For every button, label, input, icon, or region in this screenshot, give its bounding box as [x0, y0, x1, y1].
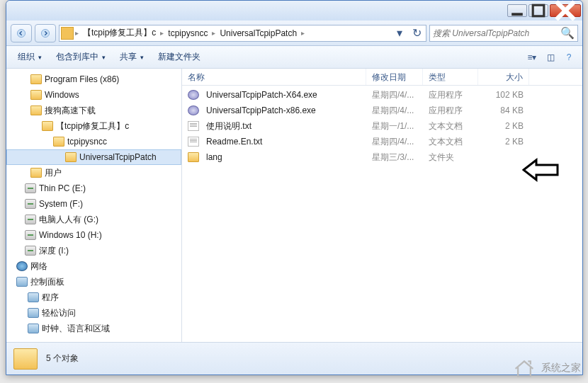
tree-item[interactable]: Thin PC (E:): [6, 181, 181, 196]
folder-icon: [13, 348, 38, 370]
tree-item[interactable]: 程序: [6, 290, 181, 305]
col-type[interactable]: 类型: [423, 69, 478, 85]
file-date: 星期四/4/...: [366, 105, 423, 117]
tree-item-label: 【tcpip修复工具】c: [56, 120, 129, 132]
organize-menu[interactable]: 组织: [12, 49, 47, 65]
tree-item-label: 程序: [42, 292, 59, 304]
tree-item-label: tcpipysncc: [67, 137, 107, 147]
file-type: 文本文档: [423, 120, 478, 132]
watermark: 系统之家: [511, 358, 581, 379]
exe-icon: [188, 90, 199, 100]
svg-point-4: [17, 29, 25, 37]
tree-item[interactable]: Windows 10 (H:): [6, 227, 181, 243]
chevron-right-icon: ▸: [160, 29, 164, 37]
tree-item-label: 电脑人人有 (G:): [39, 214, 98, 226]
folder-icon: [42, 121, 53, 131]
drive-icon: [25, 183, 36, 193]
file-type: 文件夹: [423, 152, 478, 164]
col-date[interactable]: 修改日期: [366, 69, 423, 85]
statusbar: 5 个对象: [6, 342, 582, 375]
body: Program Files (x86)Windows搜狗高速下载【tcpip修复…: [6, 69, 582, 342]
tree-item[interactable]: System (F:): [6, 196, 181, 212]
file-date: 星期三/3/...: [366, 152, 423, 164]
folder-icon: [30, 168, 42, 178]
file-name: lang: [206, 152, 222, 162]
tree-item[interactable]: 电脑人人有 (G:): [6, 212, 181, 227]
breadcrumb[interactable]: tcpipysncc: [165, 28, 210, 38]
tree-item-label: Windows: [45, 90, 79, 100]
txt-icon: [188, 137, 199, 147]
file-name: UniversalTcpipPatch-X64.exe: [206, 90, 317, 100]
tree-item[interactable]: 用户: [6, 165, 181, 181]
drive-icon: [25, 230, 36, 240]
titlebar: [6, 1, 582, 21]
txt-icon: [188, 121, 199, 131]
tree-item[interactable]: Program Files (x86): [6, 72, 181, 87]
maximize-button[interactable]: [528, 4, 548, 17]
file-date: 星期一/1/...: [366, 120, 423, 132]
folder-icon: [188, 152, 199, 162]
file-size: 102 KB: [478, 90, 529, 100]
cp-icon: [28, 308, 39, 318]
tree-item[interactable]: 轻松访问: [6, 305, 181, 321]
tree-item-label: 深度 (I:): [39, 245, 69, 257]
file-row[interactable]: 使用说明.txt星期一/1/...文本文档2 KB: [182, 118, 582, 134]
include-menu[interactable]: 包含到库中: [50, 49, 111, 65]
tree-item-label: 搜狗高速下载: [45, 105, 96, 117]
file-list: 名称 修改日期 类型 大小 UniversalTcpipPatch-X64.ex…: [182, 69, 582, 342]
tree-item-label: 用户: [45, 167, 62, 179]
cp-icon: [28, 292, 39, 302]
file-name: 使用说明.txt: [206, 120, 251, 132]
tree-item-label: 控制面板: [30, 276, 64, 288]
col-size[interactable]: 大小: [478, 69, 529, 85]
cp-icon: [16, 277, 28, 287]
toolbar: 组织 包含到库中 共享 新建文件夹 ≡▾ ◫ ?: [6, 46, 582, 69]
dropdown-icon[interactable]: ▾: [392, 26, 407, 40]
breadcrumb[interactable]: UniversalTcpipPatch: [217, 28, 300, 38]
breadcrumb[interactable]: 【tcpip修复工具】c: [80, 27, 159, 39]
tree-item[interactable]: 控制面板: [6, 274, 181, 290]
address-bar[interactable]: ▸ 【tcpip修复工具】c ▸ tcpipysncc ▸ UniversalT…: [59, 25, 426, 42]
tree-item-label: Program Files (x86): [45, 74, 119, 84]
search-input[interactable]: [433, 28, 558, 38]
tree-item-label: 时钟、语言和区域: [42, 323, 110, 335]
search-box[interactable]: 🔍: [429, 25, 578, 42]
tree-item-label: UniversalTcpipPatch: [79, 152, 157, 162]
tree-item-label: Windows 10 (H:): [39, 230, 102, 240]
net-icon: [16, 261, 28, 271]
view-icon[interactable]: ≡▾: [524, 50, 540, 65]
share-menu[interactable]: 共享: [114, 49, 149, 65]
chevron-right-icon: ▸: [301, 29, 305, 37]
tree-item[interactable]: 【tcpip修复工具】c: [6, 118, 181, 134]
file-row[interactable]: Readme.En.txt星期四/4/...文本文档2 KB: [182, 134, 582, 149]
tree-item[interactable]: 搜狗高速下载: [6, 103, 181, 118]
tree-item[interactable]: 网络: [6, 258, 181, 274]
file-name: UniversalTcpipPatch-x86.exe: [206, 105, 316, 115]
close-button[interactable]: [550, 4, 581, 17]
tree-item-label: 网络: [30, 261, 47, 273]
file-row[interactable]: UniversalTcpipPatch-X64.exe星期四/4/...应用程序…: [182, 87, 582, 103]
back-button[interactable]: [11, 24, 32, 42]
tree-item[interactable]: UniversalTcpipPatch: [6, 149, 181, 165]
exe-icon: [188, 105, 199, 115]
sidebar[interactable]: Program Files (x86)Windows搜狗高速下载【tcpip修复…: [6, 69, 182, 342]
file-name: Readme.En.txt: [206, 137, 262, 147]
chevron-right-icon: ▸: [212, 29, 215, 37]
preview-pane-icon[interactable]: ◫: [543, 50, 558, 65]
minimize-button[interactable]: [507, 4, 527, 17]
file-row[interactable]: lang星期三/3/...文件夹: [182, 149, 582, 165]
file-date: 星期四/4/...: [366, 89, 423, 101]
tree-item[interactable]: 深度 (I:): [6, 243, 181, 258]
tree-item[interactable]: 时钟、语言和区域: [6, 321, 181, 336]
newfolder-button[interactable]: 新建文件夹: [152, 49, 206, 65]
forward-button[interactable]: [35, 24, 56, 42]
file-type: 文本文档: [423, 136, 478, 148]
search-icon[interactable]: 🔍: [560, 26, 575, 40]
help-icon[interactable]: ?: [561, 50, 577, 65]
tree-item[interactable]: tcpipysncc: [6, 134, 181, 149]
folder-icon: [61, 27, 74, 40]
tree-item[interactable]: Windows: [6, 87, 181, 103]
col-name[interactable]: 名称: [182, 69, 366, 85]
file-row[interactable]: UniversalTcpipPatch-x86.exe星期四/4/...应用程序…: [182, 103, 582, 118]
refresh-icon[interactable]: ↻: [409, 26, 424, 40]
